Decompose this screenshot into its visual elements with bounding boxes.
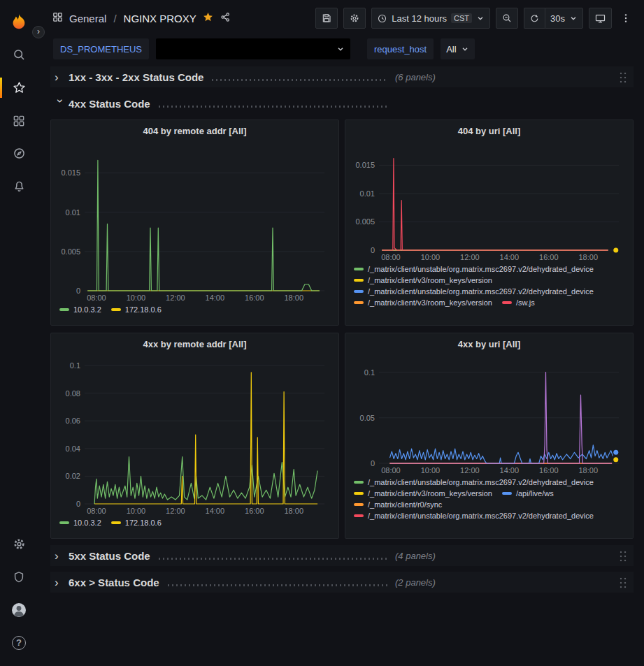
legend-item[interactable]: /_matrix/client/v3/room_keys/version (354, 276, 492, 284)
dashboard-settings-button[interactable] (343, 8, 366, 29)
sidebar-item-configuration[interactable] (0, 528, 38, 560)
panel-title[interactable]: 4xx by remote addr [All] (57, 336, 333, 353)
svg-text:0: 0 (76, 500, 80, 508)
row-5xx[interactable]: › 5xx Status Code (4 panels) (50, 545, 634, 566)
sidebar-item-dashboards[interactable] (0, 104, 38, 137)
legend-item[interactable]: /_matrix/client/v3/room_keys/version (354, 298, 492, 307)
favorite-star-icon[interactable] (202, 11, 214, 25)
sidebar-item-profile[interactable] (0, 593, 38, 626)
legend-item[interactable]: /_matrix/client/unstable/org.matrix.msc2… (354, 265, 594, 273)
svg-text:16:00: 16:00 (245, 507, 264, 515)
time-range-picker[interactable]: Last 12 hours CST (371, 8, 490, 29)
svg-text:0.1: 0.1 (70, 361, 80, 370)
time-range-label: Last 12 hours (392, 13, 447, 24)
zoom-out-button[interactable] (496, 8, 518, 29)
breadcrumb-section[interactable]: General (69, 13, 106, 24)
shield-icon (12, 570, 26, 584)
legend-item[interactable]: /_matrix/client/unstable/org.matrix.msc2… (354, 512, 594, 520)
legend-item[interactable]: /_matrix/client/v3/room_keys/version (354, 489, 492, 498)
sidebar-item-alerting[interactable] (0, 170, 38, 203)
time-series-chart[interactable]: 00.0050.010.01508:0010:0012:0014:0016:00… (57, 140, 333, 303)
legend-item[interactable]: /api/live/ws (502, 489, 554, 498)
bell-icon (12, 179, 27, 194)
tv-mode-button[interactable] (589, 8, 612, 29)
row-dotted-leader (157, 558, 388, 560)
panel-4xx-by-uri: 4xx by uri [All] 00.050.108:0010:0012:00… (345, 333, 634, 539)
sidebar-item-server-admin[interactable] (0, 560, 38, 593)
panel-title[interactable]: 404 by uri [All] (351, 123, 627, 140)
request-host-value-dropdown[interactable]: All (441, 38, 474, 59)
request-host-variable: request_host All (367, 38, 475, 59)
svg-text:10:00: 10:00 (127, 507, 146, 515)
legend-item[interactable]: 172.18.0.6 (111, 305, 162, 314)
svg-text:0.015: 0.015 (61, 168, 80, 177)
legend-item[interactable]: /_matrix/client/unstable/org.matrix.msc2… (354, 478, 594, 486)
breadcrumb: General / NGINX PROXY (52, 11, 231, 25)
request-host-value: All (446, 44, 456, 55)
breadcrumb-title: NGINX PROXY (124, 13, 196, 24)
refresh-button[interactable] (524, 8, 545, 29)
variables-bar: DS_PROMETHEUS request_host All (38, 36, 644, 61)
sidebar-expand-button[interactable]: › (32, 26, 45, 38)
legend-item[interactable]: /_matrix/client/r0/sync (354, 500, 442, 509)
svg-text:10:00: 10:00 (421, 253, 441, 261)
row-dotted-leader (166, 584, 388, 586)
legend-swatch (354, 492, 364, 495)
row-drag-handle[interactable] (619, 550, 627, 562)
save-dashboard-button[interactable] (315, 8, 338, 29)
legend-label: /_matrix/client/v3/room_keys/version (368, 489, 492, 498)
panel-title[interactable]: 4xx by uri [All] (351, 336, 627, 353)
legend-item[interactable]: 172.18.0.6 (111, 519, 162, 527)
row-6xx[interactable]: › 6xx > Status Code (2 panels) (50, 572, 634, 593)
row-drag-handle[interactable] (619, 71, 627, 83)
compass-icon (12, 146, 27, 161)
panel-title[interactable]: 404 by remote addr [All] (57, 123, 333, 140)
time-series-chart[interactable]: 00.050.108:0010:0012:0014:0016:0018:00 (351, 353, 627, 476)
row-1xx-3xx-2xx[interactable]: › 1xx - 3xx - 2xx Status Code (6 panels) (50, 66, 634, 87)
share-icon[interactable] (220, 11, 231, 25)
clock-icon (377, 13, 387, 24)
svg-text:0: 0 (76, 287, 80, 295)
datasource-value-dropdown[interactable] (156, 38, 350, 59)
legend-item[interactable]: /sw.js (502, 298, 535, 307)
chevron-down-icon (461, 45, 469, 53)
time-series-chart[interactable]: 00.020.040.060.080.108:0010:0012:0014:00… (57, 353, 333, 516)
svg-text:12:00: 12:00 (166, 294, 185, 302)
row-drag-handle[interactable] (619, 577, 627, 588)
save-icon (321, 13, 332, 24)
zoom-out-icon (501, 13, 513, 24)
svg-text:0.015: 0.015 (355, 161, 375, 169)
datasource-variable-label[interactable]: DS_PROMETHEUS (53, 38, 149, 59)
svg-text:0.02: 0.02 (66, 472, 80, 480)
row-dotted-leader (157, 106, 388, 108)
legend-swatch (354, 268, 364, 270)
row-left: › 4xx Status Code (55, 98, 395, 110)
svg-text:14:00: 14:00 (206, 294, 225, 302)
time-series-chart[interactable]: 00.0050.010.01508:0010:0012:0014:0016:00… (351, 140, 627, 263)
refresh-interval-picker[interactable]: 30s (545, 8, 583, 29)
refresh-icon (529, 13, 540, 24)
svg-text:0.1: 0.1 (364, 368, 375, 377)
legend-item[interactable]: 10.0.3.2 (59, 305, 101, 314)
main-area: General / NGINX PROXY (38, 0, 644, 666)
sidebar-item-help[interactable]: ? (0, 626, 38, 659)
sidebar-item-explore[interactable] (0, 137, 38, 170)
legend-swatch (111, 521, 121, 524)
chart-legend: /_matrix/client/unstable/org.matrix.msc2… (351, 478, 627, 520)
request-host-variable-label[interactable]: request_host (367, 38, 434, 59)
legend-label: /api/live/ws (516, 489, 554, 498)
svg-text:08:00: 08:00 (381, 466, 401, 475)
more-options-button[interactable] (617, 8, 634, 29)
row-4xx[interactable]: › 4xx Status Code (50, 93, 634, 114)
panel-4xx-by-remote-addr: 4xx by remote addr [All] 00.020.040.060.… (50, 333, 339, 539)
svg-text:18:00: 18:00 (578, 253, 598, 261)
row-left: › 1xx - 3xx - 2xx Status Code (55, 71, 395, 83)
legend-label: 172.18.0.6 (125, 305, 162, 314)
legend-swatch (354, 514, 364, 517)
legend-item[interactable]: 10.0.3.2 (59, 519, 101, 527)
breadcrumb-separator: / (113, 13, 116, 24)
legend-item[interactable]: /_matrix/client/unstable/org.matrix.msc2… (354, 287, 594, 296)
sidebar-item-starred[interactable] (0, 71, 38, 104)
refresh-interval-label: 30s (550, 13, 565, 24)
sidebar-item-search[interactable] (0, 38, 38, 71)
